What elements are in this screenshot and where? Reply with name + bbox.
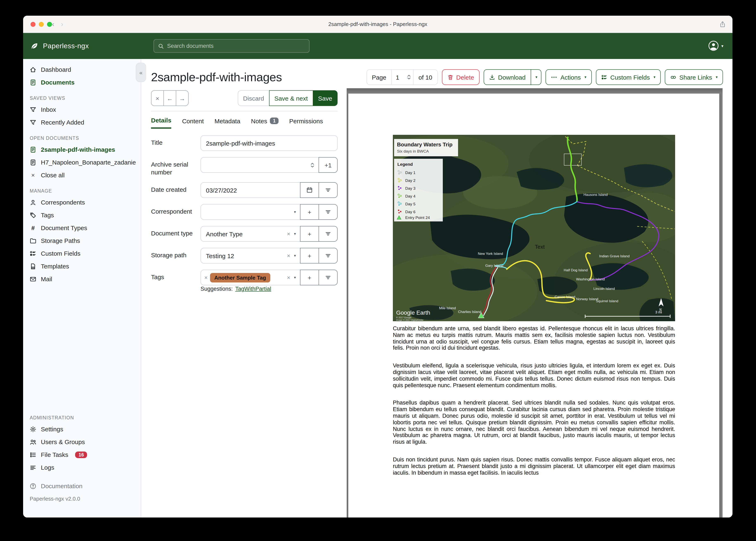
map-watermark: Google Earth: [396, 309, 430, 316]
sidebar-item-storage-paths[interactable]: Storage Paths: [23, 234, 141, 247]
sidebar-item-logs[interactable]: Logs: [23, 461, 141, 474]
save-next-button[interactable]: Save & next: [269, 90, 313, 106]
task-list-icon: [30, 451, 36, 458]
storage-path-select[interactable]: Testing 12 × ▾: [201, 248, 300, 264]
stepper-icon[interactable]: [310, 162, 314, 168]
calendar-button[interactable]: [300, 182, 319, 198]
custom-fields-button[interactable]: Custom Fields ▾: [596, 69, 661, 85]
sidebar-item-open-doc-napoleon[interactable]: H7_Napoleon_Bonaparte_zadanie: [23, 156, 141, 169]
tab-content[interactable]: Content: [182, 117, 204, 129]
share-icon[interactable]: [719, 21, 726, 28]
sidebar-item-dashboard[interactable]: Dashboard: [23, 63, 141, 76]
sidebar-item-users-groups[interactable]: Users & Groups: [23, 435, 141, 448]
avatar-icon: [708, 40, 719, 51]
back-icon[interactable]: ‹: [52, 20, 54, 28]
map-label-hausons-island: Hausons Island: [584, 193, 608, 197]
sidebar-item-label: Custom Fields: [41, 250, 80, 257]
storage-path-add-button[interactable]: +: [300, 248, 319, 264]
tags-select[interactable]: × Another Sample Tag × ▾: [201, 270, 300, 285]
sidebar-item-documentation[interactable]: Documentation: [23, 480, 141, 492]
document-type-select[interactable]: Another Type × ▾: [201, 226, 300, 242]
close-document-button[interactable]: ×: [151, 90, 164, 106]
tag-chip[interactable]: Another Sample Tag: [210, 273, 270, 282]
sidebar-item-open-doc-2sample[interactable]: 2sample-pdf-with-images: [23, 143, 141, 156]
sidebar-collapse-button[interactable]: «: [136, 63, 146, 82]
search-input[interactable]: [167, 43, 305, 49]
sidebar-item-label: Mail: [41, 275, 52, 282]
actions-button[interactable]: ⋯ Actions ▾: [546, 69, 592, 85]
date-filter-button[interactable]: [319, 182, 338, 198]
asn-plus-one-button[interactable]: +1: [319, 157, 338, 173]
delete-button[interactable]: Delete: [442, 69, 480, 85]
tags-add-button[interactable]: +: [300, 270, 319, 285]
discard-button[interactable]: Discard: [238, 90, 269, 106]
document-type-add-button[interactable]: +: [300, 226, 319, 242]
pdf-preview-pane[interactable]: Hausons Island New York Island Gary Isla…: [347, 88, 723, 517]
sidebar-item-inbox[interactable]: Inbox: [23, 103, 141, 116]
map-label-half-dog-island: Half Dog Island: [564, 268, 588, 272]
app-brand[interactable]: Paperless-ngx: [23, 41, 89, 51]
title-input[interactable]: [201, 135, 338, 151]
legend-day2-label: Day 2: [405, 178, 416, 183]
stepper-icon[interactable]: [407, 75, 411, 80]
clear-icon[interactable]: ×: [287, 231, 290, 237]
sidebar-item-correspondents[interactable]: Correspondents: [23, 196, 141, 209]
map-subtitle: Six days in BWCA: [397, 149, 429, 153]
sidebar-item-documents[interactable]: Documents: [23, 76, 141, 89]
tab-notes[interactable]: Notes1: [251, 117, 279, 129]
save-group: Discard Save & next Save: [238, 90, 338, 106]
correspondent-filter-button[interactable]: [319, 204, 338, 220]
filter-lines-icon: [325, 209, 331, 215]
app-version: Paperless-ngx v2.0.0: [23, 492, 141, 502]
asn-input[interactable]: [201, 157, 319, 173]
sidebar-item-document-types[interactable]: # Document Types: [23, 222, 141, 234]
page-number-field: [391, 70, 413, 85]
tab-label: Notes: [251, 117, 267, 124]
correspondent-add-button[interactable]: +: [300, 204, 319, 220]
sidebar-item-settings[interactable]: Settings: [23, 423, 141, 435]
share-links-button[interactable]: Share Links ▾: [665, 69, 723, 85]
tags-field-label: Tags: [151, 270, 201, 285]
download-button[interactable]: Download: [484, 69, 531, 85]
forward-icon[interactable]: ›: [61, 20, 63, 28]
date-created-input[interactable]: [201, 182, 300, 198]
person-icon: [30, 199, 36, 206]
tags-filter-button[interactable]: [319, 270, 338, 285]
map-label-lincoln-island: Lincoln Island: [593, 287, 615, 291]
correspondent-select[interactable]: ▾: [201, 204, 300, 220]
suggestion-link-tagwithpartial[interactable]: TagWithPartial: [235, 286, 271, 292]
tab-details[interactable]: Details: [151, 117, 171, 129]
document-type-value: Another Type: [206, 230, 287, 237]
minimize-window-button[interactable]: [39, 22, 44, 27]
clear-icon[interactable]: ×: [287, 274, 290, 281]
storage-path-filter-button[interactable]: [319, 248, 338, 264]
map-title: Boundary Waters Trip: [397, 142, 452, 148]
doc-nav-group: × ← →: [151, 90, 189, 106]
zoom-window-button[interactable]: [47, 22, 52, 27]
remove-tag-icon[interactable]: ×: [204, 274, 208, 281]
tab-metadata[interactable]: Metadata: [215, 117, 240, 129]
sidebar-item-close-all[interactable]: × Close all: [23, 169, 141, 182]
clear-icon[interactable]: ×: [287, 253, 290, 259]
documents-icon: [30, 79, 36, 86]
document-type-filter-button[interactable]: [319, 226, 338, 242]
sidebar-section-saved-views: SAVED VIEWS: [30, 96, 134, 101]
sidebar-item-file-tasks[interactable]: File Tasks 16: [23, 448, 141, 461]
close-window-button[interactable]: [31, 22, 35, 27]
previous-document-button[interactable]: ←: [163, 90, 176, 106]
download-menu-button[interactable]: ▾: [530, 69, 541, 85]
user-menu[interactable]: ▾: [708, 40, 723, 51]
next-document-button[interactable]: →: [176, 90, 189, 106]
legend-day1-label: Day 1: [405, 171, 416, 175]
sidebar-item-custom-fields[interactable]: Custom Fields: [23, 247, 141, 260]
sidebar-item-mail[interactable]: Mail: [23, 272, 141, 285]
sidebar-item-recently-added[interactable]: Recently Added: [23, 116, 141, 129]
tab-permissions[interactable]: Permissions: [289, 117, 323, 129]
sidebar-item-templates[interactable]: Templates: [23, 260, 141, 272]
chevron-down-icon: ▾: [294, 275, 296, 279]
sidebar-item-label: File Tasks: [41, 451, 68, 458]
details-form: Title Archive serial number: [151, 135, 338, 292]
save-button[interactable]: Save: [313, 90, 338, 106]
sidebar-item-tags[interactable]: Tags: [23, 209, 141, 222]
page-number-input[interactable]: [392, 74, 404, 81]
